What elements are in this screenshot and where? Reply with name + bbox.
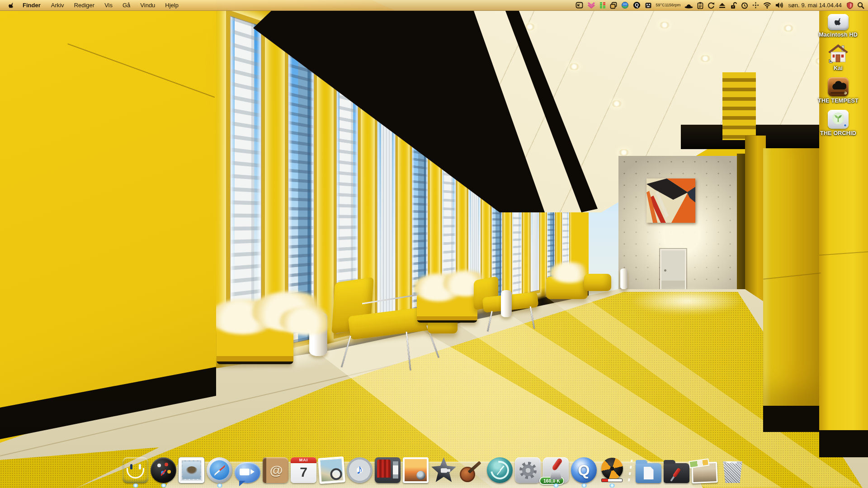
desktop-icon-label: THE ORCHID [820,130,856,136]
dock-item-preview[interactable] [318,456,345,484]
tempest-drive-icon [828,77,849,96]
shield-icon[interactable] [847,0,853,10]
dock-item-documents-folder[interactable] [636,463,661,483]
running-indicator [553,483,559,488]
drive-led [844,124,847,127]
dock-item-finder[interactable] [123,457,148,483]
bubble-tail [239,481,245,486]
running-indicator [609,483,615,488]
dock-item-pictures-stack[interactable] [691,462,718,483]
menu-clock[interactable]: søn. 9. mai 14.04.44 [787,2,843,9]
temp-fan-readout[interactable]: 59°C 1156rpm [656,0,681,10]
burn-progress-bar [601,479,623,482]
fan-speed-value: 1156rpm [665,3,681,7]
desktop-icon-column: Macintosh HD Kai THE TEMPEST [811,12,865,136]
menu-item-rediger[interactable]: Rediger [69,0,100,11]
ical-day: 7 [291,463,316,481]
desktop-icon-macintosh-hd[interactable]: Macintosh HD [811,12,865,38]
dock-item-system-preferences[interactable] [515,457,541,483]
dock-item-photo-booth[interactable] [375,457,401,483]
menu-item-ga[interactable]: Gå [118,0,135,11]
dock-item-iphoto[interactable] [403,457,429,483]
running-indicator [132,483,139,488]
time-machine-icon[interactable] [741,0,748,10]
clipboard-icon[interactable] [697,0,703,10]
desktop-icon-label: Macintosh HD [819,32,858,38]
desktop-icon-kai[interactable]: Kai [811,44,865,71]
dock-item-address-book[interactable] [263,457,288,483]
eject-icon[interactable] [719,0,726,10]
dock-item-dashboard[interactable] [151,457,176,483]
running-indicator [581,483,587,488]
corridor-door [660,249,686,292]
running-indicator [217,483,223,488]
dock-item-itunes[interactable] [347,457,373,483]
volume-icon[interactable] [775,0,783,10]
dock-item-torrents-folder[interactable] [664,463,689,483]
ceiling-light [700,55,711,62]
cpu-led-meter-icon[interactable] [599,0,606,10]
svg-text:Q: Q [635,2,639,8]
menu-app-name[interactable]: Finder [17,0,46,11]
keychain-lock-icon[interactable] [730,0,737,10]
sync-arrow-icon[interactable] [708,0,715,10]
macintosh-hd-drive-icon [828,14,849,30]
bowler-hat-icon[interactable] [684,0,693,10]
dock-item-transmission[interactable]: 160,0 K [543,457,569,483]
crosshair-icon[interactable] [752,0,759,10]
dock: MAI 7 160,0 K [165,453,703,488]
transmission-badge: 160,0 K [539,477,564,485]
sofa-block-far [584,274,611,291]
spaces-window-icon[interactable] [576,0,583,10]
drive-led [844,92,847,94]
menu-item-vis[interactable]: Vis [99,0,118,11]
apple-menu[interactable] [5,0,17,10]
spotlight-icon[interactable] [857,0,864,10]
running-indicator [160,483,167,488]
sprout-icon [832,113,844,124]
white-bin [501,290,512,317]
ceiling-light [659,22,670,28]
desktop-icon-the-orchid[interactable]: THE ORCHID [811,110,865,136]
quicksilver-icon[interactable]: Q [633,0,641,10]
globe-sync-icon[interactable] [621,0,629,10]
ceiling-light [783,25,794,32]
dock-items: MAI 7 160,0 K [165,457,703,483]
near-pillar-base [819,430,868,457]
menu-item-hjelp[interactable]: Hjelp [160,0,184,11]
plant-golden [279,306,334,335]
white-bin [620,268,627,289]
desktop-wallpaper [0,0,868,488]
ceiling-light [569,63,580,70]
package-icon[interactable] [645,0,652,10]
dock-item-quicktime[interactable] [571,457,597,483]
desktop-icon-label: THE TEMPEST [818,98,859,104]
copy-windows-icon[interactable] [610,0,617,10]
desktop-icon-the-tempest[interactable]: THE TEMPEST [811,77,865,104]
dock-item-garageband[interactable] [459,457,485,483]
wifi-icon[interactable] [763,0,771,10]
dock-item-imovie[interactable] [431,457,457,483]
ceiling-slats [722,72,756,140]
ical-month: MAI [291,457,316,463]
burn-progress-fill [602,479,608,482]
desktop[interactable]: Macintosh HD Kai THE TEMPEST [0,0,868,488]
planter-box [217,328,293,364]
dock-item-ichat[interactable] [235,462,260,483]
menu-bar-status-area: Q 59°C 1156rpm [576,0,868,10]
dock-item-time-machine[interactable] [487,457,513,483]
dock-item-mail[interactable] [179,457,204,483]
temperature-value: 59°C [656,3,665,7]
ceiling-light [618,149,629,156]
dock-item-ical[interactable]: MAI 7 [291,457,316,483]
menu-item-vindu[interactable]: Vindu [135,0,160,11]
dock-item-safari[interactable] [207,457,232,483]
orchid-drive-icon [828,110,849,129]
far-wall [618,156,739,292]
ceiling-light [611,100,622,107]
plant-badge [832,113,844,124]
pink-chevron-icon[interactable] [587,0,595,10]
house-icon [828,44,849,64]
dock-item-burn[interactable] [599,457,625,483]
menu-item-arkiv[interactable]: Arkiv [46,0,69,11]
